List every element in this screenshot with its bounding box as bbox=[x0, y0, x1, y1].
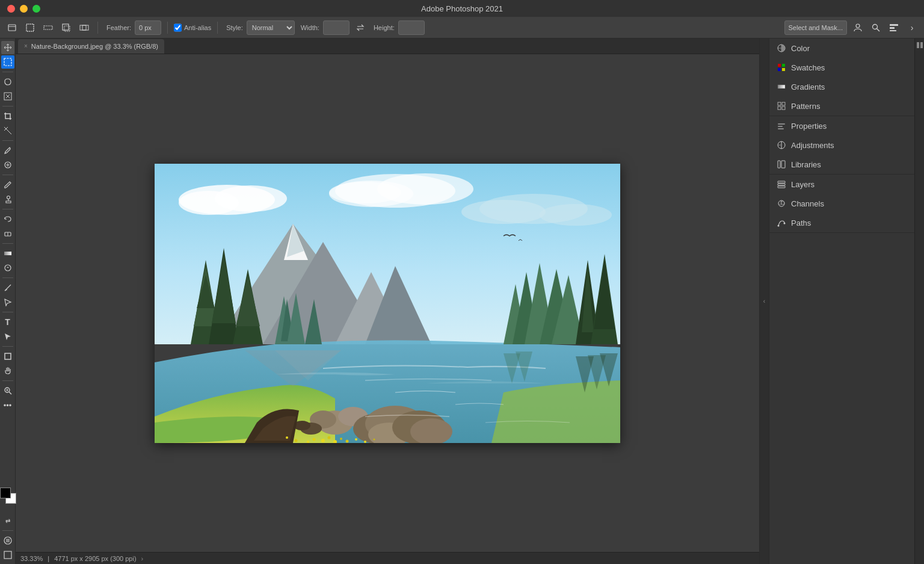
feather-label: Feather: bbox=[106, 24, 131, 31]
width-input[interactable] bbox=[323, 20, 350, 35]
options-bar: Feather: Anti-alias Style: Normal Fixed … bbox=[0, 17, 924, 39]
status-arrow[interactable]: › bbox=[141, 555, 144, 562]
eyedropper-tool[interactable] bbox=[1, 144, 14, 157]
canvas-viewport[interactable] bbox=[16, 54, 759, 552]
panel-item-layers[interactable]: Layers bbox=[769, 175, 914, 194]
close-button[interactable] bbox=[7, 5, 15, 13]
anti-alias-checkbox[interactable] bbox=[174, 20, 182, 35]
panel-section-color: Color Swatches Gradients bbox=[769, 39, 914, 116]
svg-rect-116 bbox=[778, 186, 785, 188]
svg-rect-11 bbox=[890, 24, 898, 26]
height-input[interactable] bbox=[398, 20, 425, 35]
svg-rect-102 bbox=[782, 68, 785, 71]
minimize-button[interactable] bbox=[20, 5, 28, 13]
panel-item-color[interactable]: Color bbox=[769, 39, 914, 58]
svg-rect-112 bbox=[778, 161, 780, 168]
svg-rect-21 bbox=[4, 252, 11, 255]
main-area: T ••• ⇄ bbox=[0, 39, 924, 564]
tool-preset-picker[interactable] bbox=[5, 20, 19, 35]
shape-tool[interactable] bbox=[1, 350, 14, 363]
panel-item-gradients[interactable]: Gradients bbox=[769, 77, 914, 96]
panel-item-properties[interactable]: Properties bbox=[769, 116, 914, 135]
panel-item-swatches[interactable]: Swatches bbox=[769, 58, 914, 77]
type-tool[interactable]: T bbox=[1, 315, 14, 329]
svg-point-97 bbox=[374, 438, 375, 440]
svg-rect-123 bbox=[920, 42, 923, 48]
object-selection-tool[interactable] bbox=[1, 90, 14, 103]
panel-item-paths[interactable]: Paths bbox=[769, 213, 914, 232]
svg-point-90 bbox=[313, 438, 316, 441]
history-brush-tool[interactable] bbox=[1, 212, 14, 226]
brush-tool[interactable] bbox=[1, 178, 14, 191]
user-account-icon[interactable] bbox=[851, 20, 865, 35]
style-select[interactable]: Normal Fixed Ratio Fixed Size bbox=[247, 20, 295, 35]
healing-brush-tool[interactable] bbox=[1, 158, 14, 172]
path-direct-select[interactable] bbox=[1, 330, 14, 343]
path-selection-tool[interactable] bbox=[1, 296, 14, 309]
panel-section-layers: Layers Channels Paths bbox=[769, 175, 914, 233]
panel-item-libraries[interactable]: Libraries bbox=[769, 155, 914, 174]
libraries-icon bbox=[777, 160, 786, 169]
slice-tool[interactable] bbox=[1, 124, 14, 137]
pen-tool[interactable] bbox=[1, 281, 14, 294]
hand-tool[interactable] bbox=[1, 364, 14, 377]
search-icon[interactable] bbox=[869, 20, 883, 35]
panel-section-properties: Properties Adjustments Libraries bbox=[769, 116, 914, 175]
blur-tool[interactable] bbox=[1, 261, 14, 274]
lasso-tool[interactable] bbox=[1, 75, 14, 88]
panel-item-adjustments[interactable]: Adjustments bbox=[769, 135, 914, 155]
svg-point-8 bbox=[856, 24, 860, 28]
marquee-tool[interactable] bbox=[1, 55, 14, 69]
panel-item-adjustments-label: Adjustments bbox=[791, 141, 834, 150]
maximize-button[interactable] bbox=[32, 5, 40, 13]
panel-content: Color Swatches Gradients bbox=[769, 39, 914, 564]
more-options-icon[interactable]: › bbox=[905, 20, 919, 35]
workspace-icon[interactable] bbox=[887, 20, 901, 35]
stamp-tool[interactable] bbox=[1, 193, 14, 206]
svg-rect-115 bbox=[778, 184, 785, 185]
panel-item-swatches-label: Swatches bbox=[791, 63, 825, 72]
rect-marquee-icon[interactable] bbox=[23, 20, 37, 35]
panel-item-color-label: Color bbox=[791, 44, 810, 53]
zoom-tool[interactable] bbox=[1, 384, 14, 397]
quick-mask-icon[interactable] bbox=[1, 534, 14, 547]
feather-input[interactable] bbox=[135, 20, 161, 35]
svg-rect-104 bbox=[778, 102, 781, 105]
panel-strip-icon-1[interactable] bbox=[916, 41, 924, 49]
intersect-icon[interactable] bbox=[77, 20, 91, 35]
panel-item-patterns-label: Patterns bbox=[791, 102, 820, 111]
document-tab[interactable]: × Nature-Background.jpeg @ 33.3% (RGB/8) bbox=[18, 39, 164, 54]
eraser-tool[interactable] bbox=[1, 227, 14, 240]
svg-rect-107 bbox=[782, 107, 785, 110]
svg-rect-7 bbox=[82, 25, 88, 30]
svg-rect-12 bbox=[890, 27, 895, 29]
gradient-tool[interactable] bbox=[1, 247, 14, 260]
swap-dimensions-icon[interactable] bbox=[353, 20, 368, 35]
svg-rect-2 bbox=[26, 24, 34, 31]
svg-point-86 bbox=[321, 439, 325, 442]
svg-rect-110 bbox=[778, 128, 784, 129]
single-row-icon[interactable] bbox=[41, 20, 55, 35]
gradients-icon bbox=[777, 82, 786, 91]
panel-item-patterns[interactable]: Patterns bbox=[769, 96, 914, 116]
adjustments-icon bbox=[777, 140, 786, 150]
screen-mode-icon[interactable] bbox=[1, 548, 14, 562]
panel-item-channels[interactable]: Channels bbox=[769, 194, 914, 213]
canvas-image bbox=[155, 164, 620, 443]
switch-colors-icon[interactable]: ⇄ bbox=[1, 514, 14, 527]
move-tool[interactable] bbox=[1, 41, 14, 54]
select-and-mask-button[interactable]: Select and Mask... bbox=[784, 20, 848, 35]
svg-point-92 bbox=[346, 439, 349, 442]
color-swatches bbox=[0, 488, 17, 509]
svg-rect-30 bbox=[6, 539, 10, 542]
anti-alias-label[interactable]: Anti-alias bbox=[174, 20, 211, 35]
svg-rect-5 bbox=[64, 26, 70, 31]
more-tools-icon[interactable]: ••• bbox=[1, 398, 14, 412]
crop-tool[interactable] bbox=[1, 110, 14, 123]
svg-point-16 bbox=[5, 152, 6, 153]
svg-point-89 bbox=[340, 438, 342, 440]
foreground-color-swatch[interactable] bbox=[0, 488, 11, 498]
tab-close[interactable]: × bbox=[24, 43, 28, 49]
transform-icon[interactable] bbox=[59, 20, 73, 35]
panel-collapse-button[interactable]: ‹ bbox=[759, 39, 769, 564]
